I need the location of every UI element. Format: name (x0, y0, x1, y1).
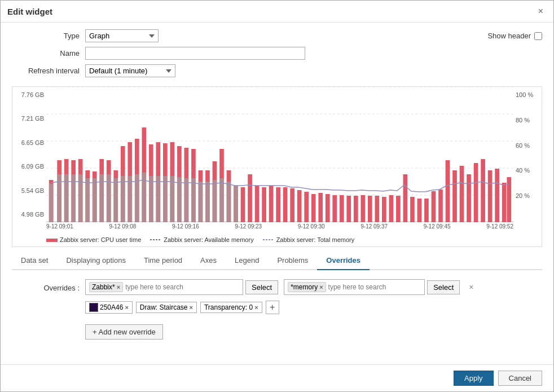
y-left-0: 7.76 GB (21, 91, 44, 98)
dialog-title: Edit widget (7, 7, 52, 16)
svg-rect-68 (488, 170, 493, 222)
refresh-select[interactable]: Default (1 minute) (85, 64, 175, 77)
property-transparency[interactable]: Transparency: 0 × (200, 302, 262, 313)
svg-rect-41 (297, 190, 302, 222)
type-select[interactable]: Graph (85, 29, 159, 42)
y-left-4: 5.54 GB (21, 187, 44, 194)
overrides-section: Overrides : Zabbix* × (1, 270, 553, 349)
y-left-5: 4.98 GB (21, 211, 44, 218)
name-label: Name (12, 49, 85, 58)
svg-rect-36 (262, 187, 266, 222)
override-properties: 250A46 × Draw: Staircase × Transparency:… (85, 301, 542, 314)
svg-rect-52 (375, 196, 379, 222)
svg-rect-49 (354, 196, 358, 222)
chart-inner: 7.76 GB 7.21 GB 6.65 GB 6.09 GB 5.54 GB … (12, 87, 542, 246)
draw-staircase-label: Draw: Staircase (140, 303, 188, 311)
tab-dataset[interactable]: Data set (12, 252, 57, 270)
svg-rect-70 (502, 183, 507, 222)
svg-rect-53 (382, 197, 386, 222)
overrides-label: Overrides : (12, 279, 85, 292)
svg-rect-50 (360, 195, 365, 222)
svg-rect-88 (163, 176, 168, 222)
legend-total-icon (263, 237, 274, 243)
override-close-button[interactable]: × (465, 280, 477, 294)
tab-timeperiod[interactable]: Time period (135, 252, 191, 270)
svg-rect-56 (403, 174, 408, 222)
tab-legend[interactable]: Legend (226, 252, 268, 270)
svg-rect-58 (417, 199, 422, 222)
svg-rect-47 (340, 195, 344, 222)
transparency-property-remove[interactable]: × (254, 304, 258, 311)
overrides-row: Overrides : Zabbix* × (12, 279, 542, 340)
legend-cpu: Zabbix server: CPU user time (46, 236, 141, 243)
draw-property-remove[interactable]: × (190, 304, 193, 311)
metric-top: *memory × Select (284, 279, 460, 295)
legend-cpu-icon (46, 237, 58, 243)
name-input[interactable]: Graph (new) (85, 47, 305, 60)
chart-container: 7.76 GB 7.21 GB 6.65 GB 6.09 GB 5.54 GB … (12, 86, 542, 247)
x-label-1: 9-12 09:08 (109, 223, 136, 230)
svg-rect-83 (127, 176, 132, 222)
color-property-remove[interactable]: × (125, 304, 128, 311)
host-tag-input[interactable]: Zabbix* × (85, 279, 243, 295)
x-label-7: 9-12 09:52 (486, 223, 513, 230)
apply-button[interactable]: Apply (454, 371, 494, 386)
svg-rect-51 (368, 196, 372, 222)
svg-rect-62 (446, 160, 450, 222)
svg-rect-95 (213, 180, 217, 222)
tab-overrides[interactable]: Overrides (317, 252, 370, 270)
y-right-0: 100 % (516, 91, 533, 98)
svg-rect-89 (170, 176, 175, 222)
svg-rect-63 (452, 170, 457, 222)
svg-rect-57 (410, 197, 415, 222)
color-value: 250A46 (100, 303, 123, 311)
add-property-button[interactable]: + (266, 301, 279, 314)
cancel-button[interactable]: Cancel (498, 371, 542, 386)
svg-rect-90 (177, 177, 182, 222)
svg-rect-77 (85, 178, 90, 222)
transparency-label: Transparency: 0 (204, 303, 253, 311)
tab-displaying[interactable]: Displaying options (57, 252, 135, 270)
refresh-row: Refresh interval Default (1 minute) (12, 64, 542, 77)
dialog-titlebar: Edit widget × (1, 1, 553, 23)
add-override-button[interactable]: + Add new override (85, 324, 163, 340)
close-button[interactable]: × (535, 5, 547, 17)
overrides-content: Zabbix* × Select (85, 279, 542, 340)
x-label-3: 9-12 09:23 (235, 223, 262, 230)
svg-rect-33 (241, 187, 245, 222)
property-draw-staircase[interactable]: Draw: Staircase × (136, 302, 197, 313)
tab-axes[interactable]: Axes (191, 252, 226, 270)
svg-rect-44 (318, 193, 323, 222)
property-color[interactable]: 250A46 × (85, 301, 133, 314)
svg-rect-59 (424, 199, 429, 222)
host-tag-remove[interactable]: × (117, 284, 120, 290)
y-right-3: 40 % (516, 167, 530, 174)
svg-rect-61 (438, 190, 443, 222)
show-header-row: Show header (487, 32, 542, 40)
metric-section: *memory × Select (284, 279, 460, 295)
svg-rect-60 (432, 191, 436, 222)
y-left-2: 6.65 GB (21, 139, 44, 146)
svg-rect-34 (248, 174, 252, 222)
svg-rect-45 (326, 194, 330, 222)
show-header-checkbox[interactable] (534, 32, 542, 40)
svg-rect-55 (396, 196, 401, 222)
name-row: Name Graph (new) (12, 47, 542, 60)
svg-rect-97 (227, 182, 231, 222)
svg-rect-99 (46, 239, 58, 242)
metric-tag-remove[interactable]: × (319, 284, 323, 290)
tab-problems[interactable]: Problems (268, 252, 317, 270)
legend-total-label: Zabbix server: Total memory (276, 236, 355, 243)
host-select-button[interactable]: Select (245, 280, 278, 294)
metric-tag-input[interactable]: *memory × (284, 279, 425, 295)
legend-memory-icon (150, 237, 161, 243)
x-label-6: 9-12 09:45 (424, 223, 451, 230)
metric-select-button[interactable]: Select (427, 280, 460, 294)
svg-rect-82 (121, 176, 125, 222)
y-right-2: 60 % (516, 142, 530, 149)
host-search-input[interactable] (125, 283, 210, 291)
y-left-3: 6.09 GB (21, 163, 44, 170)
svg-rect-43 (311, 194, 316, 222)
metric-tag-memory: *memory × (288, 282, 326, 292)
metric-search-input[interactable] (328, 283, 413, 291)
